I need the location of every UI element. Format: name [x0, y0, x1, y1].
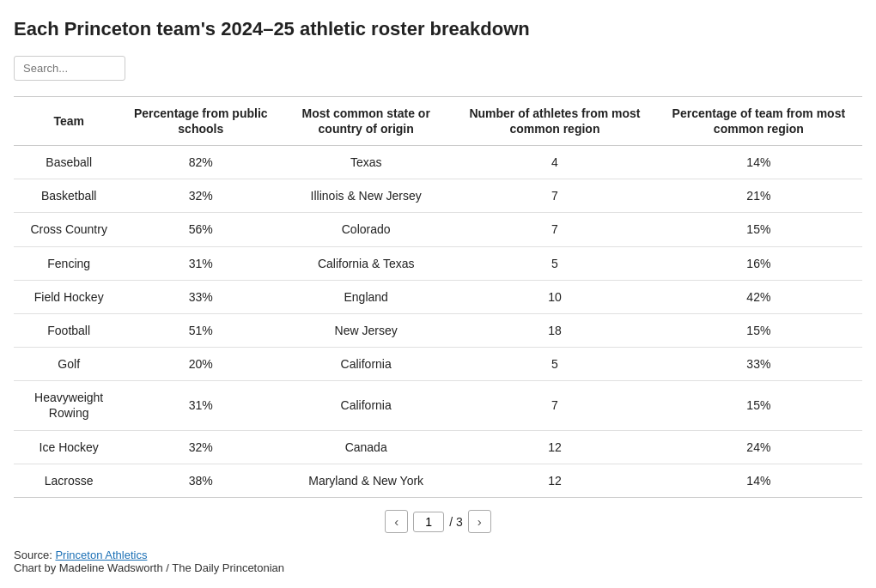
- table-row: Field Hockey33%England1042%: [14, 280, 862, 313]
- table-row: Ice Hockey32%Canada1224%: [14, 430, 862, 464]
- table-row: Cross Country56%Colorado715%: [14, 213, 862, 246]
- table-row: Basketball32%Illinois & New Jersey721%: [14, 179, 862, 213]
- col-header-num-athletes: Number of athletes from most common regi…: [454, 96, 655, 145]
- page-total: / 3: [449, 515, 463, 529]
- page-title: Each Princeton team's 2024–25 athletic r…: [14, 17, 862, 42]
- col-header-most-common: Most common state or country of origin: [277, 96, 454, 145]
- footer: Source: Princeton Athletics Chart by Mad…: [14, 549, 862, 574]
- table-row: Football51%New Jersey1815%: [14, 313, 862, 347]
- table-row: Fencing31%California & Texas516%: [14, 246, 862, 280]
- chart-by: Chart by Madeline Wadsworth / The Daily …: [14, 561, 284, 574]
- table-header-row: Team Percentage from public schools Most…: [14, 96, 862, 145]
- table-row: Baseball82%Texas414%: [14, 145, 862, 179]
- prev-page-button[interactable]: ‹: [385, 510, 408, 533]
- col-header-pct-public: Percentage from public schools: [124, 96, 277, 145]
- source-label: Source:: [14, 549, 52, 561]
- roster-table: Team Percentage from public schools Most…: [14, 96, 862, 498]
- col-header-team: Team: [14, 96, 124, 145]
- search-input[interactable]: [14, 56, 125, 81]
- table-row: Golf20%California533%: [14, 348, 862, 381]
- table-row: Lacrosse38%Maryland & New York1214%: [14, 464, 862, 497]
- col-header-pct-region: Percentage of team from most common regi…: [655, 96, 862, 145]
- next-page-button[interactable]: ›: [468, 510, 491, 533]
- pagination: ‹ / 3 ›: [14, 510, 862, 533]
- page-number-input[interactable]: [413, 512, 444, 532]
- source-link[interactable]: Princeton Athletics: [55, 549, 147, 561]
- table-row: Heavyweight Rowing31%California715%: [14, 381, 862, 430]
